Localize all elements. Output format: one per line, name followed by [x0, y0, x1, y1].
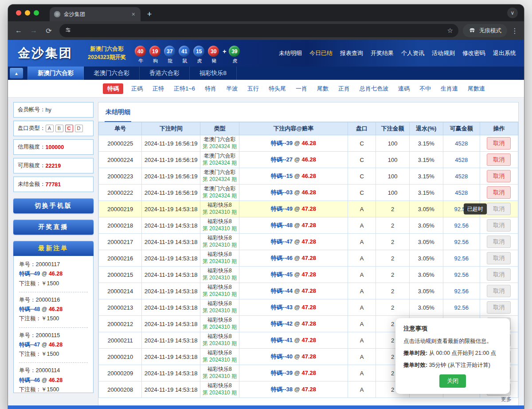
back-button[interactable]: ← [12, 24, 25, 37]
handicap-option[interactable]: C [65, 125, 73, 132]
bet-odds: 47.28 [301, 205, 316, 212]
column-header: 盘口 [348, 122, 376, 135]
tab-title: 金沙集团 [64, 11, 127, 18]
reload-button[interactable]: ⟳ [43, 24, 55, 37]
browser-tab[interactable]: 金沙集团 × [50, 7, 141, 21]
cell-rebate: 3.05% [409, 267, 443, 283]
switch-mobile-button[interactable]: 切换手机版 [13, 198, 94, 213]
subnav-item[interactable]: 生肖連 [439, 83, 460, 94]
minimize-window-button[interactable] [25, 10, 30, 16]
tab-close-icon[interactable]: × [131, 11, 136, 18]
bet-name: 特碼--43 [271, 304, 293, 311]
notice-close-button[interactable]: 关闭 [439, 374, 466, 388]
at-symbol: @ [294, 271, 300, 278]
cancel-button[interactable]: 取消 [487, 137, 511, 149]
bet-name: 特碼--47 [19, 342, 40, 348]
lottery-tab[interactable]: 福彩快乐8 [190, 67, 237, 80]
header-nav-item[interactable]: 开奖结果 [371, 49, 394, 57]
ball-number: 41 [179, 46, 190, 57]
maximize-window-button[interactable] [34, 10, 39, 16]
lottery-tab[interactable]: 香港六合彩 [140, 67, 190, 80]
subnav-item[interactable]: 正特 [151, 83, 166, 94]
cell-rebate: 3.05% [409, 299, 443, 316]
column-header: 下注内容@赔率 [239, 122, 348, 135]
more-link[interactable]: 更多 [501, 396, 512, 403]
subnav-item[interactable]: 一肖 [294, 83, 309, 94]
subnav-item[interactable]: 正碼 [129, 83, 145, 94]
bookmark-star-icon[interactable]: ☆ [447, 27, 453, 35]
subnav-item[interactable]: 不中 [418, 83, 433, 94]
column-header: 退水(%) [409, 122, 443, 135]
at-symbol: @ [294, 304, 300, 311]
at-symbol: @ [294, 320, 300, 327]
bet-entry: 单号：20000117特碼--49 @ 46.28下注额：￥1500 [19, 257, 88, 292]
draw-info: 新澳门六合彩 2024323期开奖 [88, 45, 126, 62]
bet-amount-label: 下注额： [19, 315, 41, 322]
handicap-option[interactable]: B [55, 125, 63, 132]
cell-order-no: 20000214 [99, 283, 142, 299]
subnav-item[interactable]: 尾數 [315, 83, 330, 94]
subnav-item[interactable]: 正肖 [336, 83, 352, 94]
subnav-item[interactable]: 尾數連 [466, 83, 487, 94]
table-row: 200002172024-11-19 14:53:18福彩快乐8第 202431… [99, 234, 518, 250]
subnav-item[interactable]: 特肖 [203, 83, 218, 94]
cell-bet: 特碼--44 @ 47.28 [239, 283, 348, 299]
subnav-item[interactable]: 总肖七色波 [358, 83, 390, 94]
header-nav-item[interactable]: 未结明细 [279, 49, 302, 57]
lottery-ball: 40牛 [135, 46, 147, 64]
address-bar[interactable]: ☆ [59, 24, 458, 37]
handicap-option[interactable]: A [46, 125, 54, 132]
column-header: 可赢金额 [443, 122, 480, 135]
new-tab-button[interactable]: + [143, 8, 156, 20]
close-window-button[interactable] [16, 10, 21, 16]
collapse-arrow-button[interactable]: ▲ [10, 68, 23, 79]
panel-title: 未结明细 [105, 102, 131, 122]
live-draw-button[interactable]: 开奖直播 [13, 220, 94, 235]
cell-order-no: 20000216 [99, 250, 142, 267]
header-nav-item[interactable]: 修改密码 [462, 49, 485, 57]
cancel-button[interactable]: 取消 [487, 170, 511, 182]
subnav-item[interactable]: 特碼 [103, 83, 123, 94]
header-nav-item[interactable]: 退出系统 [493, 49, 516, 57]
ball-number: 19 [149, 46, 160, 57]
cell-time: 2024-11-19 14:53:18 [142, 250, 200, 267]
subnav-item[interactable]: 特头尾 [267, 83, 288, 94]
bet-odds: 46.28 [301, 156, 316, 163]
table-row: 200002252024-11-19 16:56:19老澳门六合彩第 20243… [99, 135, 518, 152]
cell-amount: 2 [376, 250, 410, 267]
cell-type: 福彩快乐8第 2024310 期 [200, 201, 239, 217]
bet-amount-value: ￥1500 [41, 315, 59, 322]
at-symbol: @ [294, 337, 300, 343]
notice-line-period: 撤单时段: 从 00:00 点开始到 21:00 点 [403, 349, 502, 358]
header-nav-item[interactable]: 活动规则 [432, 49, 455, 57]
handicap-option[interactable]: D [75, 125, 83, 132]
site-settings-icon[interactable] [65, 27, 71, 35]
forward-button[interactable]: → [27, 24, 40, 37]
subnav-item[interactable]: 五行 [246, 83, 261, 94]
bet-odds: 47.28 [301, 255, 316, 261]
subnav-item[interactable]: 正特1~6 [172, 83, 197, 94]
table-row: 200002222024-11-19 16:56:19老澳门六合彩第 20243… [99, 185, 518, 201]
cancel-button: 取消 [487, 219, 511, 232]
type-name: 老澳门六合彩 [200, 169, 239, 176]
type-period: 第 2024310 期 [200, 340, 239, 347]
bet-name: 特碼--44 [271, 287, 293, 294]
subnav-item[interactable]: 連碼 [396, 83, 411, 94]
cell-bet: 特碼--43 @ 47.28 [239, 299, 348, 316]
lottery-tab[interactable]: 老澳门六合彩 [84, 67, 140, 80]
tab-search-icon[interactable]: ∨ [507, 8, 518, 18]
type-name: 福彩快乐8 [200, 317, 239, 324]
header-nav-item[interactable]: 个人资讯 [401, 49, 424, 57]
at-symbol: @ [294, 189, 300, 196]
bet-name: 特碼--48 [19, 306, 40, 312]
cell-action: 取消 [480, 152, 518, 168]
browser-menu-icon[interactable]: ⋮ [510, 27, 520, 35]
cancel-button[interactable]: 取消 [487, 153, 511, 166]
subnav-item[interactable]: 半波 [224, 83, 239, 94]
cell-action: 取消 [480, 168, 518, 185]
header-nav-item[interactable]: 报表查询 [340, 49, 363, 57]
lottery-tab[interactable]: 新澳门六合彩 [27, 67, 84, 80]
cancel-button[interactable]: 取消 [487, 186, 511, 199]
credit-value: 100000 [46, 144, 64, 150]
header-nav-item[interactable]: 今日已结 [309, 49, 332, 57]
